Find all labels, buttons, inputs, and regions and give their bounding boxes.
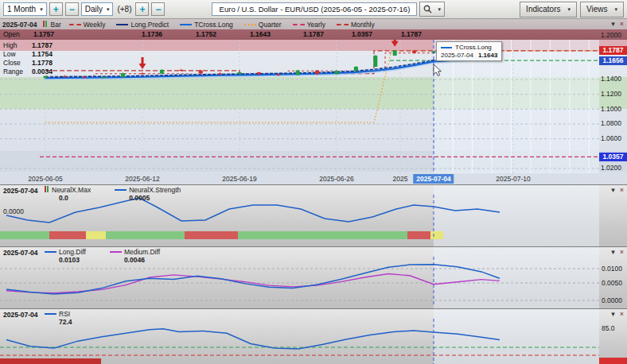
range-increase-button[interactable]: + bbox=[49, 2, 63, 16]
panel-legend-item-medium-diff[interactable]: Medium.Diff0.0046 bbox=[110, 248, 160, 264]
indicator-value: 0.0 bbox=[59, 194, 68, 202]
views-button-label: Views bbox=[586, 5, 608, 14]
legend-item-quarter[interactable]: Quarter bbox=[244, 21, 282, 29]
series-swatch-icon bbox=[441, 47, 452, 48]
signal-strip-segment bbox=[49, 231, 86, 239]
toolbar: 1 Month ▾ + − Daily ▾ (+8) + − Euro / U.… bbox=[0, 0, 627, 19]
legend-label: RSI bbox=[59, 310, 70, 318]
indicator-value: 72.4 bbox=[59, 318, 72, 326]
panel-controls: ▾ × bbox=[611, 310, 624, 319]
candle-body bbox=[373, 56, 377, 67]
candle-body bbox=[296, 71, 300, 76]
range-select[interactable]: 1 Month ▾ bbox=[3, 2, 47, 16]
offset-decrease-button[interactable]: − bbox=[151, 2, 165, 16]
candle-body bbox=[218, 74, 222, 75]
legend-item-tcross-long[interactable]: TCross.Long bbox=[180, 21, 233, 29]
ohlc-row: Low1.1754 bbox=[3, 49, 53, 58]
panel-axis-tick: 0.0000 bbox=[602, 296, 622, 304]
rsi-line bbox=[6, 329, 500, 349]
panel-axis-tick: 0.0100 bbox=[602, 265, 622, 273]
sell-arrow-icon bbox=[139, 57, 146, 69]
trading-app: 1 Month ▾ + − Daily ▾ (+8) + − Euro / U.… bbox=[0, 0, 627, 364]
symbol-title-text: Euro / U.S. Dollar - EUR/USD (2025-06-05… bbox=[220, 5, 411, 14]
open-value: 1.1757 bbox=[33, 30, 54, 38]
date-axis[interactable]: 2025-06-052025-06-122025-06-192025-06-26… bbox=[0, 173, 599, 184]
monthly-line bbox=[45, 51, 599, 74]
rsi-chart[interactable] bbox=[0, 309, 599, 364]
range-decrease-button[interactable]: − bbox=[65, 2, 79, 16]
indicator-value: 1.1752 bbox=[196, 30, 216, 38]
legend-item-yearly[interactable]: Yearly bbox=[293, 21, 325, 29]
chevron-down-icon: ▾ bbox=[40, 6, 43, 13]
indicator-value: 0.0005 bbox=[129, 194, 150, 202]
indicator-value: 1.1643 bbox=[250, 30, 271, 38]
close-panel-icon[interactable]: × bbox=[620, 20, 624, 29]
collapse-panel-icon[interactable]: ▾ bbox=[611, 20, 615, 29]
date-axis-tick: 2025-06-05 bbox=[28, 175, 62, 183]
quarter-line bbox=[45, 51, 599, 122]
series-swatch-icon bbox=[45, 313, 56, 315]
symbol-title[interactable]: Euro / U.S. Dollar - EUR/USD (2025-06-05… bbox=[212, 2, 417, 16]
panel-legend-item-neuralx-strength[interactable]: NeuralX.Strength0.0005 bbox=[115, 186, 181, 202]
chart-tooltip: TCross.Long 2025-07-04 1.1643 bbox=[436, 41, 502, 61]
legend-label: Bar bbox=[50, 21, 60, 29]
indicator-value: 1.1787 bbox=[303, 30, 324, 38]
price-axis-badge: 1.1787 bbox=[599, 46, 627, 55]
collapse-panel-icon[interactable]: ▾ bbox=[611, 186, 615, 195]
series-swatch-icon bbox=[244, 24, 256, 25]
date-axis-tick: 2025-06-19 bbox=[222, 175, 256, 183]
chevron-down-icon: ▾ bbox=[107, 6, 110, 13]
candle-body bbox=[160, 70, 164, 74]
panel-legend: Long.Diff0.0103Medium.Diff0.0046 bbox=[45, 248, 160, 264]
candle-body bbox=[63, 76, 67, 77]
legend-item-monthly[interactable]: Monthly bbox=[337, 21, 375, 29]
period-select-value: Daily bbox=[85, 5, 103, 14]
panel-legend-item-rsi[interactable]: RSI72.4 bbox=[45, 310, 72, 326]
signal-strip-segment bbox=[238, 231, 407, 239]
indicator-value: 1.1736 bbox=[142, 30, 162, 38]
price-axis-badge: 1.0357 bbox=[599, 153, 627, 161]
panel-legend-item-long-diff[interactable]: Long.Diff0.0103 bbox=[45, 248, 86, 264]
series-swatch-icon bbox=[116, 24, 128, 25]
tooltip-series-name: TCross.Long bbox=[455, 44, 492, 51]
signal-strip-segment bbox=[0, 231, 49, 239]
signal-strip-segment bbox=[86, 231, 106, 239]
legend-item-bar[interactable]: Bar bbox=[43, 21, 60, 29]
offset-increase-button[interactable]: + bbox=[135, 2, 149, 16]
candle-body bbox=[44, 76, 48, 78]
tooltip-value: 1.1643 bbox=[478, 52, 497, 59]
panel-legend-item-neuralx-max[interactable]: NeuralX.Max0.0 bbox=[45, 186, 91, 202]
price-chart-panel: 2025-07-04 Bar WeeklyLong.PredictTCross.… bbox=[0, 19, 627, 184]
legend-label: Monthly bbox=[351, 21, 375, 29]
collapse-panel-icon[interactable]: ▾ bbox=[611, 310, 615, 319]
date-axis-tick: 2025-06-26 bbox=[319, 175, 353, 183]
search-icon bbox=[423, 5, 432, 14]
rsi-panel: 2025-07-04 RSI72.4 85.0 ▾ × bbox=[0, 308, 627, 364]
price-axis-tick: 1.0200 bbox=[601, 164, 621, 172]
price-chart[interactable] bbox=[0, 19, 599, 173]
legend-item-long-predict[interactable]: Long.Predict bbox=[116, 21, 169, 29]
indicator-value: 0.0046 bbox=[124, 256, 145, 264]
period-select[interactable]: Daily ▾ bbox=[81, 2, 114, 16]
close-panel-icon[interactable]: × bbox=[620, 186, 624, 195]
legend-item-weekly[interactable]: Weekly bbox=[69, 21, 106, 29]
close-panel-icon[interactable]: × bbox=[620, 248, 624, 257]
candle-body bbox=[315, 71, 319, 75]
collapse-panel-icon[interactable]: ▾ bbox=[611, 248, 615, 257]
legend-label: Quarter bbox=[259, 21, 282, 29]
open-label: Open bbox=[3, 30, 20, 38]
panel-axis-tick: 85.0 bbox=[602, 324, 615, 332]
search-button[interactable]: ▾ bbox=[419, 2, 445, 17]
indicators-button[interactable]: Indicators ▾ bbox=[520, 2, 577, 17]
series-swatch-icon bbox=[293, 24, 305, 25]
views-button[interactable]: Views ▾ bbox=[580, 2, 624, 17]
series-swatch-icon bbox=[180, 24, 192, 25]
mouse-cursor bbox=[434, 64, 441, 76]
chart-legend-row: 2025-07-04 Bar WeeklyLong.PredictTCross.… bbox=[0, 19, 627, 29]
close-panel-icon[interactable]: × bbox=[620, 310, 624, 319]
axis-badge-red bbox=[599, 358, 627, 364]
price-axis[interactable]: 1.20001.17871.16561.14001.12001.10001.08… bbox=[599, 19, 627, 184]
left-axis-label: 0.0000 bbox=[3, 207, 24, 215]
date-axis-tick: 2025-07-10 bbox=[496, 175, 530, 183]
toolbar-right-group: Indicators ▾ Views ▾ bbox=[520, 2, 624, 17]
